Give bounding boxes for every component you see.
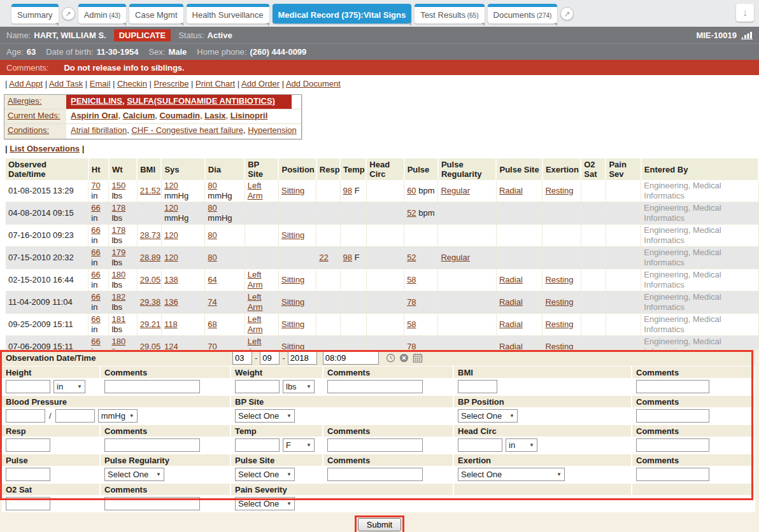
action-link-email[interactable]: Email [90, 79, 111, 88]
vital-value-link[interactable]: 66 [91, 270, 100, 279]
bp-unit-select[interactable]: mmHg▼ [98, 409, 138, 423]
vital-value-link[interactable]: 178 [111, 225, 125, 235]
vital-value-link[interactable]: Radial [499, 186, 523, 195]
vital-value-link[interactable]: 66 [91, 248, 100, 257]
action-link-add-order[interactable]: Add Order [241, 79, 280, 88]
vital-value-link[interactable]: 124 [164, 342, 178, 349]
pulse-site-select[interactable]: Select One▼ [235, 468, 295, 481]
vital-value-link[interactable]: 120 [164, 181, 178, 190]
vital-value-link[interactable]: Sitting [281, 342, 304, 349]
vital-value-link[interactable]: Resting [545, 186, 573, 195]
summary-item-lisinopril[interactable]: Lisinopril [231, 111, 268, 120]
height-comments-input[interactable] [104, 380, 200, 393]
bp-comments-input[interactable] [636, 409, 709, 423]
vital-value-link[interactable]: 66 [91, 337, 100, 346]
vital-value-link[interactable]: Sitting [281, 275, 304, 284]
vital-value-link[interactable]: 22 [319, 253, 328, 262]
vital-value-link[interactable]: 78 [407, 342, 416, 349]
weight-unit-select[interactable]: lbs▼ [283, 380, 315, 393]
vital-value-link[interactable]: 120 [164, 203, 178, 213]
vital-value-link[interactable]: 178 [111, 203, 125, 213]
vital-value-link[interactable]: Left Arm [248, 337, 263, 349]
vital-value-link[interactable]: 66 [91, 292, 100, 302]
vital-value-link[interactable]: 78 [407, 297, 416, 307]
tab-case-mgmt[interactable]: Case Mgmt [129, 4, 183, 24]
action-link-add-appt[interactable]: Add Appt [9, 79, 43, 88]
exertion-select[interactable]: Select One▼ [458, 468, 565, 481]
pain-severity-select[interactable]: Select One▼ [235, 497, 295, 510]
vital-value-link[interactable]: 182 [111, 292, 125, 302]
vital-value-link[interactable]: 52 [407, 253, 416, 262]
submit-button[interactable]: Submit [358, 518, 401, 531]
obs-month-input[interactable] [232, 351, 252, 365]
action-link-prescribe[interactable]: Prescribe [154, 79, 189, 88]
pulse-input[interactable] [6, 468, 50, 481]
vital-value-link[interactable]: 80 [208, 230, 216, 240]
vital-value-link[interactable]: 80 [208, 181, 216, 190]
vital-value-link[interactable]: 180 [111, 270, 125, 279]
vital-value-link[interactable]: 70 [208, 342, 216, 349]
vital-value-link[interactable]: 64 [208, 275, 216, 284]
vital-value-link[interactable]: 70 [91, 181, 100, 190]
vital-value-link[interactable]: Resting [545, 297, 573, 307]
tab-admin[interactable]: Admin (43) [78, 4, 126, 24]
vital-value-link[interactable]: Sitting [281, 319, 304, 329]
vital-value-link[interactable]: 80 [208, 203, 216, 213]
vital-value-link[interactable]: 150 [111, 181, 125, 190]
summary-item-aspirin-oral[interactable]: Aspirin Oral [71, 111, 118, 120]
bmi-comments-input[interactable] [636, 380, 709, 393]
vital-value-link[interactable]: Left Arm [248, 270, 263, 290]
vital-value-link[interactable]: 98 [343, 186, 352, 195]
vital-value-link[interactable]: 60 [407, 186, 416, 195]
vital-value-link[interactable]: Sitting [281, 186, 304, 195]
action-link-add-document[interactable]: Add Document [286, 79, 341, 88]
summary-item-atrial-fibrillation[interactable]: Atrial fibrillation [71, 125, 127, 135]
vital-value-link[interactable]: 29.05 [140, 275, 161, 284]
o2-comments-input[interactable] [104, 497, 200, 510]
systolic-input[interactable] [6, 409, 45, 423]
tab-summary[interactable]: Summary [11, 4, 59, 24]
vital-value-link[interactable]: 120 [164, 253, 178, 262]
vital-value-link[interactable]: 66 [91, 314, 100, 324]
summary-item-penicillins[interactable]: PENICILLINS [71, 96, 122, 106]
resp-comments-input[interactable] [104, 438, 200, 452]
vital-value-link[interactable]: Regular [441, 186, 470, 195]
vital-value-link[interactable]: 68 [208, 319, 216, 329]
vital-value-link[interactable]: 74 [208, 297, 216, 307]
summary-item-lasix[interactable]: Lasix [204, 111, 225, 120]
popout-icon[interactable]: ↗ [62, 7, 75, 20]
summary-item-chf-congestive-heart-failure[interactable]: CHF - Congestive heart failure [131, 125, 243, 135]
vital-value-link[interactable]: Resting [545, 275, 573, 284]
vital-value-link[interactable]: Sitting [281, 297, 304, 307]
vital-value-link[interactable]: 66 [91, 203, 100, 213]
vital-value-link[interactable]: 29.21 [140, 319, 161, 329]
flowsheet-chart-icon[interactable] [741, 31, 753, 39]
scroll-down-button[interactable]: ↓ [736, 4, 754, 22]
obs-year-input[interactable] [288, 351, 317, 365]
vital-value-link[interactable]: Radial [499, 342, 523, 349]
bp-position-select[interactable]: Select One▼ [458, 409, 518, 423]
vital-value-link[interactable]: 118 [164, 319, 178, 329]
tab-medical-record-375-vital-signs[interactable]: Medical Record (375):Vital Signs [273, 4, 412, 24]
exertion-comments-input[interactable] [636, 468, 709, 481]
vital-value-link[interactable]: Radial [499, 319, 523, 329]
summary-item-coumadin[interactable]: Coumadin [159, 111, 200, 120]
vital-value-link[interactable]: Left Arm [248, 314, 263, 334]
vital-value-link[interactable]: Resting [545, 319, 573, 329]
weight-input[interactable] [235, 380, 280, 393]
vital-value-link[interactable]: 28.89 [140, 253, 161, 262]
vital-value-link[interactable]: Sitting [281, 230, 304, 240]
resp-input[interactable] [6, 438, 50, 452]
vital-value-link[interactable]: Left Arm [248, 181, 263, 200]
summary-item-calcium[interactable]: Calcium [123, 111, 155, 120]
action-link-checkin[interactable]: Checkin [117, 79, 147, 88]
vital-value-link[interactable]: 180 [111, 337, 125, 346]
vital-value-link[interactable]: 29.05 [140, 342, 161, 349]
summary-label-conditions[interactable]: Conditions: [8, 125, 49, 135]
summary-label-allergies[interactable]: Allergies: [8, 96, 41, 106]
list-observations-link[interactable]: List Observations [10, 144, 80, 153]
vital-value-link[interactable]: 21.52 [140, 186, 161, 195]
temp-unit-select[interactable]: F▼ [283, 438, 315, 452]
summary-item-hypertension[interactable]: Hypertension [248, 125, 297, 135]
vital-value-link[interactable]: 179 [111, 248, 125, 257]
